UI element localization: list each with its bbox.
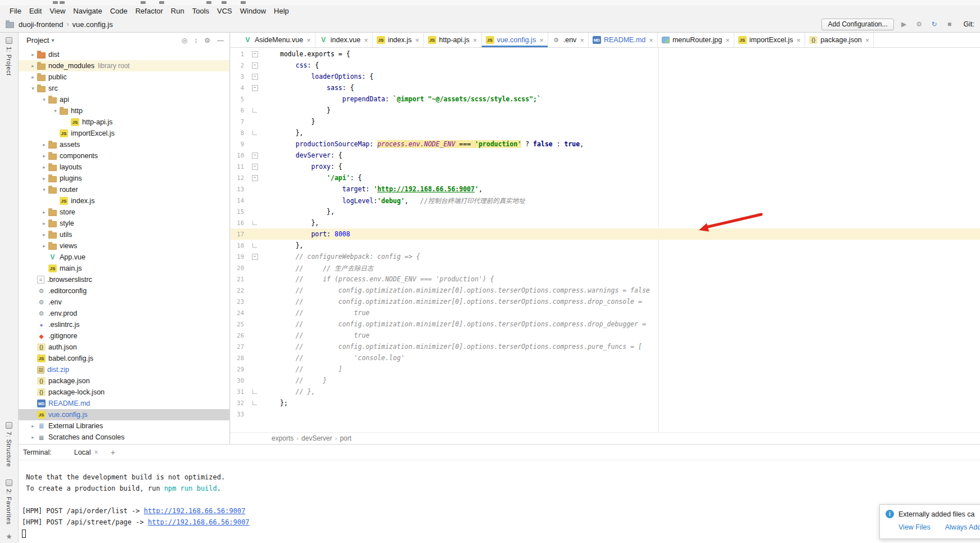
tree-item[interactable]: .eslintrc.js: [19, 319, 229, 330]
menu-item-view[interactable]: View: [46, 7, 69, 15]
tree-item[interactable]: public: [19, 71, 229, 83]
tree-item[interactable]: components: [19, 150, 229, 161]
settings-icon[interactable]: [914, 20, 924, 28]
notification-link-view-files[interactable]: View Files: [898, 523, 931, 531]
editor-tab[interactable]: index.vue: [315, 33, 373, 47]
close-icon[interactable]: [725, 37, 730, 44]
menu-item-edit[interactable]: Edit: [25, 7, 46, 15]
fold-marker[interactable]: [246, 296, 263, 307]
tree-item[interactable]: plugins: [19, 173, 229, 184]
editor-tab[interactable]: vue.config.js: [482, 33, 548, 47]
menu-item-help[interactable]: Help: [270, 7, 293, 15]
fold-marker[interactable]: [246, 195, 263, 206]
editor-tab[interactable]: README.md: [589, 33, 658, 47]
editor-tab[interactable]: index.js: [373, 33, 424, 47]
breadcrumb-item[interactable]: port: [338, 434, 353, 442]
fold-marker[interactable]: [246, 48, 263, 60]
toolwindow-project-button[interactable]: 1: Project: [6, 37, 12, 75]
fold-marker[interactable]: [246, 93, 263, 105]
chevron-collapsed-icon[interactable]: [40, 176, 48, 181]
update-project-icon[interactable]: [929, 20, 940, 28]
fold-marker[interactable]: [246, 262, 263, 273]
fold-marker[interactable]: [246, 307, 263, 318]
new-terminal-button[interactable]: [111, 448, 115, 457]
chevron-collapsed-icon[interactable]: [29, 63, 37, 69]
menu-item-refactor[interactable]: Refactor: [132, 7, 167, 15]
tree-item[interactable]: utils: [19, 229, 229, 240]
chevron-expanded-icon[interactable]: [51, 108, 60, 114]
close-icon[interactable]: [364, 37, 368, 44]
menu-item-window[interactable]: Window: [236, 7, 270, 15]
close-icon[interactable]: [865, 37, 870, 44]
chevron-collapsed-icon[interactable]: [40, 153, 48, 159]
close-icon[interactable]: [539, 37, 544, 44]
fold-marker[interactable]: [246, 240, 263, 251]
breadcrumb-item[interactable]: vue.config.js: [71, 20, 114, 29]
notification-link-always-add[interactable]: Always Add: [945, 523, 980, 531]
fold-marker[interactable]: [246, 206, 263, 217]
tree-item[interactable]: dist.zip: [19, 364, 229, 375]
tree-item[interactable]: dist: [19, 49, 229, 60]
terminal-tab-local[interactable]: Local: [74, 448, 98, 456]
chevron-collapsed-icon[interactable]: [40, 142, 48, 147]
fold-marker[interactable]: [246, 161, 263, 172]
breadcrumb-item[interactable]: devServer: [300, 434, 334, 442]
terminal-cursor[interactable]: [22, 529, 26, 538]
fold-marker[interactable]: [246, 251, 263, 262]
chevron-down-icon[interactable]: [51, 37, 54, 43]
chevron-collapsed-icon[interactable]: [40, 221, 48, 226]
stop-button[interactable]: [945, 20, 955, 28]
tree-item[interactable]: store: [19, 207, 229, 218]
menu-item-tools[interactable]: Tools: [188, 7, 213, 15]
project-panel-title[interactable]: Project: [26, 36, 49, 44]
chevron-expanded-icon[interactable]: [40, 97, 48, 102]
close-icon[interactable]: [580, 37, 584, 44]
tree-item[interactable]: .gitignore: [19, 330, 229, 342]
tree-item[interactable]: External Libraries: [19, 420, 229, 432]
editor-tab[interactable]: http-api.js: [424, 33, 482, 47]
locate-file-icon[interactable]: [182, 37, 187, 44]
editor-tab[interactable]: AsideMenu.vue: [240, 33, 315, 47]
add-configuration-button[interactable]: Add Configuration...: [821, 19, 893, 30]
fold-marker[interactable]: [246, 375, 263, 386]
fold-marker[interactable]: [246, 228, 263, 240]
tree-item[interactable]: .browserslistrc: [19, 274, 229, 285]
tree-item[interactable]: package-lock.json: [19, 387, 229, 398]
gear-icon[interactable]: [204, 37, 210, 44]
editor-tab[interactable]: .env: [548, 33, 589, 47]
editor-tab[interactable]: importExcel.js: [734, 33, 805, 47]
fold-marker[interactable]: [246, 138, 263, 150]
tree-item[interactable]: package.json: [19, 375, 229, 387]
fold-marker[interactable]: [246, 352, 263, 364]
fold-marker[interactable]: [246, 105, 263, 116]
tree-item[interactable]: index.js: [19, 195, 229, 207]
fold-marker[interactable]: [246, 386, 263, 397]
fold-marker[interactable]: [246, 364, 263, 375]
chevron-collapsed-icon[interactable]: [40, 164, 48, 170]
tree-item[interactable]: router: [19, 184, 229, 195]
chevron-collapsed-icon[interactable]: [29, 434, 37, 440]
close-icon[interactable]: [415, 37, 419, 44]
tree-item[interactable]: src: [19, 83, 229, 94]
tree-item[interactable]: api: [19, 94, 229, 105]
run-button[interactable]: [899, 20, 909, 28]
chevron-collapsed-icon[interactable]: [29, 423, 37, 429]
menu-item-code[interactable]: Code: [106, 7, 132, 15]
chevron-collapsed-icon[interactable]: [40, 209, 48, 215]
breadcrumb-item[interactable]: exports: [270, 434, 295, 442]
fold-marker[interactable]: [246, 60, 263, 71]
code-editor[interactable]: 1module.exports = {2 css: {3 loaderOptio…: [231, 48, 980, 432]
fold-marker[interactable]: [246, 183, 263, 195]
chevron-collapsed-icon[interactable]: [40, 232, 48, 237]
fold-marker[interactable]: [246, 318, 263, 330]
fold-marker[interactable]: [246, 397, 263, 409]
tree-item[interactable]: .editorconfig: [19, 285, 229, 297]
fold-marker[interactable]: [246, 71, 263, 82]
chevron-collapsed-icon[interactable]: [29, 74, 37, 80]
tree-item[interactable]: assets: [19, 139, 229, 150]
tree-item[interactable]: App.vue: [19, 252, 229, 263]
menu-item-run[interactable]: Run: [167, 7, 188, 15]
fold-marker[interactable]: [246, 127, 263, 138]
tree-item[interactable]: main.js: [19, 263, 229, 274]
tree-item[interactable]: auth.json: [19, 342, 229, 353]
